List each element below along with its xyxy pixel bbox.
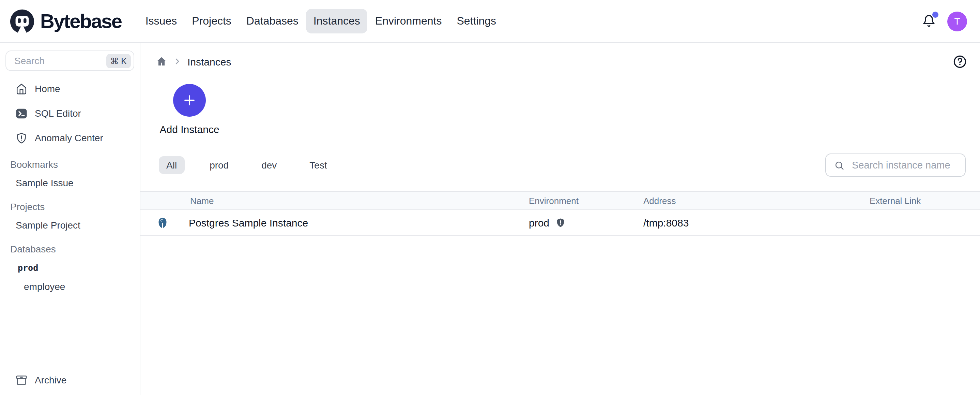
cell-name: Postgres Sample Instance	[140, 217, 529, 229]
sidebar-item-sample-project[interactable]: Sample Project	[0, 216, 140, 235]
instances-table: Name Environment Address External Link	[140, 191, 980, 236]
help-button[interactable]	[953, 54, 967, 69]
main-content: Instances	[140, 43, 980, 395]
bytebase-logo-icon	[10, 8, 35, 34]
column-header-external-link: External Link	[870, 195, 980, 206]
sidebar-item-env-prod[interactable]: prod	[0, 258, 140, 277]
help-icon	[953, 54, 967, 69]
cell-address: /tmp:8083	[643, 217, 870, 229]
section-title-projects: Projects	[0, 198, 140, 216]
sidebar-item-label: Home	[35, 83, 60, 94]
tab-test[interactable]: Test	[302, 156, 334, 174]
section-title-databases: Databases	[0, 240, 140, 258]
top-nav: Bytebase Issues Projects Databases Insta…	[0, 0, 980, 43]
add-instance-button[interactable]	[173, 84, 206, 117]
app-window: Bytebase Issues Projects Databases Insta…	[0, 0, 980, 395]
instance-toolbar: All prod dev Test	[140, 154, 980, 177]
terminal-icon	[16, 107, 27, 119]
notifications-button[interactable]	[922, 14, 936, 28]
breadcrumb-home-icon[interactable]	[156, 56, 167, 67]
main-nav: Issues Projects Databases Instances Envi…	[138, 9, 504, 34]
table-row[interactable]: Postgres Sample Instance prod /tmp:808	[140, 210, 980, 236]
archive-icon	[16, 374, 27, 386]
table-header: Name Environment Address External Link	[140, 191, 980, 210]
sidebar-nav: Home SQL Editor	[0, 77, 140, 150]
sidebar-item-db-employee[interactable]: employee	[0, 277, 140, 296]
breadcrumb: Instances	[156, 54, 980, 69]
sidebar-item-label: Anomaly Center	[35, 132, 103, 143]
add-instance-label: Add Instance	[159, 123, 219, 135]
environment-filter-tabs: All prod dev Test	[159, 156, 335, 174]
postgresql-icon	[158, 217, 168, 228]
cell-environment: prod	[529, 217, 643, 229]
search-shortcut-badge: ⌘ K	[106, 54, 131, 68]
breadcrumb-current: Instances	[188, 56, 231, 67]
section-title-bookmarks: Bookmarks	[0, 155, 140, 173]
home-icon	[16, 83, 27, 94]
nav-item-settings[interactable]: Settings	[449, 9, 504, 34]
tab-all[interactable]: All	[159, 156, 185, 174]
protected-shield-icon	[555, 217, 566, 228]
sidebar-item-home[interactable]: Home	[0, 77, 140, 101]
sidebar-item-label: Archive	[35, 374, 67, 385]
column-header-address: Address	[643, 195, 870, 206]
instance-search[interactable]	[825, 154, 966, 177]
nav-item-environments[interactable]: Environments	[368, 9, 449, 34]
chevron-right-icon	[173, 57, 181, 66]
sidebar-item-archive[interactable]: Archive	[0, 366, 140, 393]
bytebase-logo[interactable]: Bytebase	[10, 8, 122, 34]
add-instance: Add Instance	[157, 84, 222, 135]
plus-icon	[182, 93, 197, 108]
notification-dot	[932, 11, 939, 18]
nav-item-databases[interactable]: Databases	[239, 9, 306, 34]
sidebar-spacer	[0, 296, 140, 366]
nav-right: T	[922, 11, 967, 31]
shield-alert-icon	[16, 132, 27, 144]
nav-item-projects[interactable]: Projects	[185, 9, 239, 34]
column-header-environment: Environment	[529, 195, 643, 206]
column-header-name: Name	[140, 195, 529, 206]
search-icon	[834, 160, 845, 170]
nav-item-issues[interactable]: Issues	[138, 9, 185, 34]
sidebar-item-sql-editor[interactable]: SQL Editor	[0, 101, 140, 126]
tab-dev[interactable]: dev	[254, 156, 284, 174]
sidebar-item-sample-issue[interactable]: Sample Issue	[0, 173, 140, 192]
environment-name: prod	[529, 217, 549, 229]
sidebar-item-anomaly-center[interactable]: Anomaly Center	[0, 126, 140, 150]
sidebar-item-label: SQL Editor	[35, 108, 81, 119]
instance-search-input[interactable]	[851, 159, 957, 171]
instance-name: Postgres Sample Instance	[189, 217, 308, 229]
sidebar-search[interactable]: ⌘ K	[5, 51, 134, 71]
avatar[interactable]: T	[947, 11, 967, 31]
sidebar: ⌘ K Home	[0, 43, 140, 395]
nav-item-instances[interactable]: Instances	[306, 9, 368, 34]
brand-title: Bytebase	[40, 10, 122, 32]
tab-prod[interactable]: prod	[202, 156, 236, 174]
sidebar-search-input[interactable]	[13, 54, 106, 67]
